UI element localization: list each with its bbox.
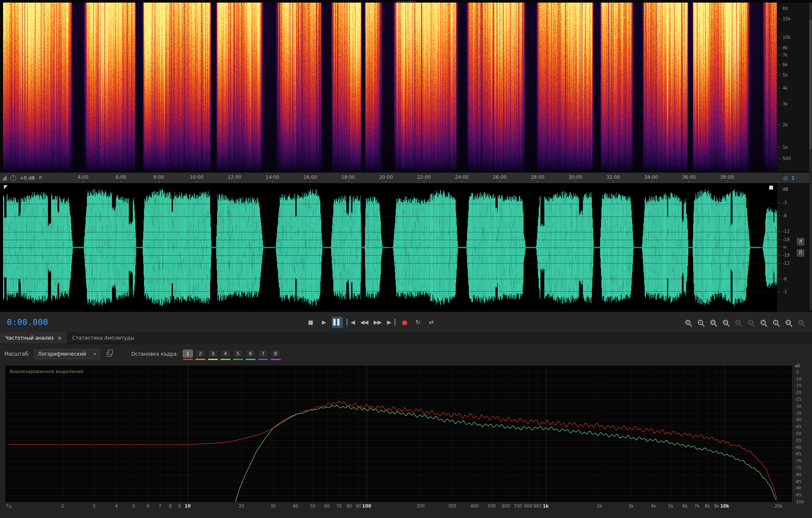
hold-frame-number: 5 (233, 350, 243, 357)
y-tick-label: -30 (795, 404, 802, 409)
hold-label: Остановка кадра: (131, 351, 178, 357)
x-tick-label: 2k (597, 504, 602, 508)
play-button[interactable]: ▶ (318, 317, 329, 328)
zoom-in-full-button[interactable]: ▭ (708, 317, 718, 328)
magnifier-icon: − (748, 320, 753, 325)
panel-menu-icon[interactable]: ≡ (58, 335, 62, 341)
copy-graph-icon[interactable] (107, 352, 112, 357)
analysis-controls: Масштаб: Логарифмический ▾ Остановка кад… (0, 344, 812, 364)
timeline-time-label: 36:00 (682, 174, 696, 180)
tab-amplitude-statistics[interactable]: Статистика Амплитуды (67, 332, 140, 344)
frequency-tick-label: 1k (783, 145, 788, 150)
magnifier-icon: − (698, 320, 703, 325)
channel-badge-left[interactable]: Л (797, 238, 804, 245)
timeline-time-label: 30:00 (569, 174, 582, 180)
waveform-panel: dB -3-3-6-6-12-12-18-18∞ЛП (0, 183, 812, 312)
spectrogram-panel: Hz 15k10k8k7k6k5k4k3k2k1k500 (0, 0, 812, 172)
tab-label: Частотный анализ (5, 335, 54, 341)
timeline-time-label: 12:00 (228, 174, 242, 180)
frequency-tick-label: 4k (783, 86, 788, 90)
scale-label: Масштаб: (4, 351, 30, 357)
zoom-out-full-button[interactable]: ▭ (720, 317, 731, 328)
fast-forward-button[interactable]: ▶▶ (372, 317, 383, 328)
chart-x-axis: Гц 2345678910203040506070809010020030040… (5, 503, 792, 510)
magnifier-glyph: + (736, 320, 740, 324)
magnifier-icon: + (685, 320, 691, 325)
loop-playback-button[interactable]: ↻ (412, 317, 423, 328)
corner-handle-icon[interactable] (4, 185, 8, 189)
zoom-reset-button[interactable]: ↺ (796, 317, 806, 328)
channel-badge-right[interactable]: П (797, 249, 804, 257)
x-tick-label: 7k (694, 504, 700, 508)
level-meter-icon[interactable] (3, 175, 6, 180)
go-to-start-button[interactable]: ▏◀ (345, 317, 356, 328)
frequency-chart-canvas (5, 365, 792, 502)
x-tick-label: 30 (270, 504, 276, 508)
hold-frame-5-button[interactable]: 5 (233, 350, 243, 360)
db-tick-label: -6 (783, 277, 787, 281)
x-tick-label: 50 (310, 504, 316, 508)
clock-icon[interactable] (10, 175, 16, 181)
audition-editor: Hz 15k10k8k7k6k5k4k3k2k1k500 +0 dB ∪ 4:0… (0, 0, 812, 518)
x-tick-label: 400 (470, 504, 479, 508)
scale-select[interactable]: Логарифмический ▾ (34, 349, 100, 359)
tab-frequency-analysis[interactable]: Частотный анализ ≡ (0, 332, 67, 344)
skip-selection-button[interactable]: ⇄ (425, 317, 437, 328)
y-tick-label: -25 (795, 397, 802, 402)
hud-icon[interactable] (769, 186, 773, 190)
spectrogram-canvas[interactable] (3, 3, 777, 171)
rewind-button[interactable]: ◀◀ (358, 317, 370, 328)
hold-frame-color-swatch (258, 359, 268, 360)
snap-toggle-icon[interactable]: ∪ (38, 175, 43, 181)
zoom-selection-in-button[interactable]: ⟨ (758, 317, 768, 328)
zoom-selection-out-button[interactable]: ⟩ (770, 317, 781, 328)
zoom-out-button[interactable]: − (695, 317, 706, 328)
x-tick-label: 60 (324, 504, 330, 508)
y-tick-label: -5 (795, 370, 799, 374)
timeline-ruler[interactable]: +0 dB ∪ 4:006:008:0010:0012:0014:0016:00… (0, 172, 812, 183)
hold-frame-2-button[interactable]: 2 (195, 350, 206, 360)
timeline-time-label: 38:00 (720, 174, 734, 180)
vertical-scrollbar[interactable] (809, 3, 812, 311)
zoom-in-button[interactable]: + (683, 317, 693, 328)
timeline-time-label: 16:00 (304, 174, 317, 180)
pause-button[interactable]: ▌▌ (332, 317, 343, 328)
zoom-in-amplitude-button[interactable]: + (733, 317, 743, 328)
frequency-tick-label: 15k (783, 17, 791, 21)
hold-frame-4-button[interactable]: 4 (220, 350, 231, 360)
frequency-tick-label: 2k (783, 123, 788, 127)
magnifier-glyph: − (749, 320, 752, 324)
x-tick-label: 6 (147, 504, 149, 508)
hold-frame-number: 8 (271, 350, 281, 357)
hold-frame-7-button[interactable]: 7 (258, 350, 269, 360)
db-tick-label: -6 (783, 214, 787, 218)
stop-button[interactable]: ■ (305, 317, 316, 328)
magnifier-glyph: ↺ (799, 320, 802, 324)
x-tick-label: 2 (61, 504, 64, 508)
x-tick-label: 90 (356, 504, 361, 508)
timecode-display[interactable]: 0:00.000 (7, 317, 48, 327)
hold-frame-6-button[interactable]: 6 (245, 350, 256, 360)
hold-frame-8-button[interactable]: 8 (270, 350, 281, 360)
panel-grip[interactable] (397, 1, 416, 2)
y-tick-label: -90 (795, 486, 802, 490)
frequency-tick-label: 5k (783, 73, 788, 77)
magnifier-glyph: + (686, 320, 690, 324)
waveform-canvas[interactable] (3, 184, 777, 311)
vertical-zoom-icon[interactable]: ↕ (791, 175, 796, 181)
magnifier-icon: ▭ (723, 320, 728, 325)
go-to-end-button[interactable]: ▶▕ (385, 317, 396, 328)
magnifier-glyph: − (699, 320, 702, 324)
y-tick-label: -55 (795, 438, 802, 443)
timeline-time-label: 22:00 (417, 174, 431, 180)
magnifier-icon: ▭ (786, 320, 791, 325)
record-button[interactable]: ● (399, 317, 410, 328)
hold-frame-1-button[interactable]: 1 (182, 350, 193, 360)
scrollbar-thumb[interactable] (809, 20, 812, 150)
monitor-icon[interactable]: ◎ (783, 175, 788, 181)
magnifier-glyph: ▭ (711, 320, 715, 324)
x-tick-label: 800 (524, 504, 532, 508)
zoom-selection-button[interactable]: ▭ (783, 317, 793, 328)
hold-frame-3-button[interactable]: 3 (208, 350, 218, 360)
zoom-out-amplitude-button[interactable]: − (745, 317, 756, 328)
